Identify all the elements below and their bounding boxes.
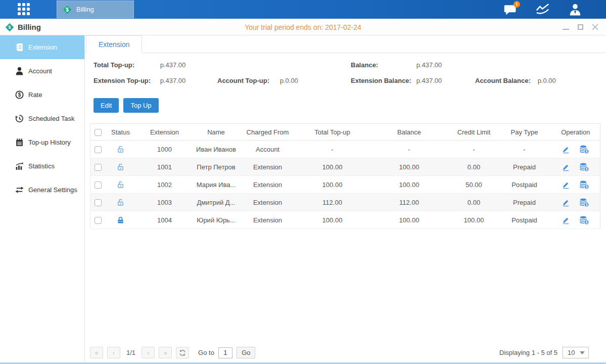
svg-text:$: $: [586, 150, 588, 154]
extension-cell: 1002: [136, 176, 194, 194]
col-total-topup: Total Top-up: [297, 124, 368, 141]
name-cell: Петр Петров: [194, 158, 239, 176]
topup-extension-icon[interactable]: $: [579, 215, 589, 225]
notebook-icon: [15, 138, 24, 147]
taskbar-right-icons: !: [503, 0, 583, 19]
tab-strip: Extension: [85, 35, 606, 53]
user-icon: [569, 3, 582, 16]
svg-text:$: $: [18, 92, 21, 98]
minimize-button[interactable]: [562, 23, 570, 31]
extension-balance-label: Extension Balance:: [351, 77, 414, 84]
sidebar-item-label: Extension: [28, 43, 57, 51]
extension-cell: 1004: [136, 211, 194, 229]
topup-extension-icon[interactable]: $: [579, 198, 589, 207]
sidebar-item-account[interactable]: Account: [0, 59, 84, 83]
status-locked-icon: [116, 216, 125, 224]
status-unlocked-icon: [116, 198, 125, 207]
topup-extension-icon[interactable]: $: [579, 145, 589, 154]
sidebar-item-label: Rate: [28, 91, 42, 99]
notifications-button[interactable]: !: [503, 3, 518, 17]
prev-page-button[interactable]: ‹: [107, 347, 120, 358]
top-up-button[interactable]: Top Up: [123, 98, 158, 113]
col-operation: Operation: [551, 124, 600, 141]
bar-chart-icon: [15, 162, 24, 170]
pay-type-cell: Prepaid: [498, 194, 551, 211]
sidebar-item-label: Statistics: [28, 162, 55, 170]
edit-extension-icon[interactable]: [562, 198, 570, 207]
sidebar-item-statistics[interactable]: Statistics: [0, 154, 84, 178]
refresh-icon: [179, 349, 186, 356]
row-checkbox[interactable]: [95, 146, 102, 153]
edit-extension-icon[interactable]: [562, 180, 570, 189]
table-row[interactable]: 1000 Иван Иванов Account - - - - $: [90, 141, 600, 158]
edit-extension-icon[interactable]: [562, 163, 570, 171]
svg-text:$: $: [66, 7, 69, 12]
last-page-button[interactable]: »: [159, 347, 172, 358]
reports-button[interactable]: [535, 3, 550, 17]
row-checkbox[interactable]: [95, 217, 102, 224]
row-checkbox[interactable]: [95, 181, 102, 189]
table-row[interactable]: 1001 Петр Петров Extension 100.00 100.00…: [90, 158, 600, 176]
edit-extension-icon[interactable]: [562, 216, 570, 224]
account-balance-label: Account Balance:: [475, 77, 536, 84]
sidebar-item-label: General Settings: [28, 186, 77, 194]
col-balance: Balance: [368, 124, 450, 141]
sidebar-item-general-settings[interactable]: General Settings: [0, 178, 84, 202]
app-grid-icon[interactable]: [18, 3, 30, 15]
extension-table-body: 1000 Иван Иванов Account - - - - $: [90, 141, 600, 229]
table-row[interactable]: 1004 Юрий Юрь... Extension 100.00 100.00…: [90, 211, 600, 229]
col-status: Status: [106, 124, 136, 141]
maximize-button[interactable]: [576, 23, 584, 31]
next-page-button[interactable]: ›: [142, 347, 155, 358]
close-button[interactable]: [591, 23, 599, 31]
col-credit-limit: Credit Limit: [450, 124, 498, 141]
billing-window-icon: $: [5, 23, 14, 32]
row-checkbox[interactable]: [95, 164, 102, 171]
person-icon: [15, 67, 24, 75]
svg-text:$: $: [586, 220, 588, 224]
status-unlocked-icon: [116, 180, 125, 189]
sidebar-item-topup-history[interactable]: Top-up History: [0, 130, 84, 154]
sidebar-item-scheduled-task[interactable]: Scheduled Task: [0, 107, 84, 130]
goto-page-input[interactable]: [218, 347, 232, 358]
taskbar-billing-tab[interactable]: $ Billing: [57, 1, 134, 18]
table-row[interactable]: 1002 Мария Ива... Extension 100.00 100.0…: [90, 176, 600, 194]
pay-type-cell: Prepaid: [498, 158, 551, 176]
user-menu-button[interactable]: [568, 3, 583, 17]
row-checkbox[interactable]: [95, 199, 102, 206]
pay-type-cell: Postpaid: [498, 176, 551, 194]
extension-balance-value: p.437.00: [416, 77, 442, 84]
charged-from-cell: Account: [239, 141, 297, 158]
extension-table: Status Extension Name Charged From Total…: [90, 123, 600, 229]
line-chart-icon: [535, 3, 550, 16]
credit-limit-cell: 50.00: [450, 176, 498, 194]
topup-extension-icon[interactable]: $: [579, 162, 589, 172]
go-button[interactable]: Go: [237, 347, 255, 358]
sidebar-item-extension[interactable]: Extension: [0, 35, 84, 59]
ledger-icon: [15, 43, 24, 52]
refresh-button[interactable]: [176, 347, 189, 358]
pagination-bar: « ‹ 1/1 › » Go to Go Displayi: [90, 347, 600, 361]
chevron-down-icon: [580, 351, 585, 354]
col-extension: Extension: [136, 124, 194, 141]
col-pay-type: Pay Type: [498, 124, 551, 141]
table-header-row: Status Extension Name Charged From Total…: [90, 124, 600, 141]
sidebar-item-rate[interactable]: $ Rate: [0, 83, 84, 107]
page-size-select[interactable]: 10: [563, 347, 589, 358]
extension-cell: 1001: [136, 158, 194, 176]
balance-value: p.437.00: [416, 61, 442, 69]
total-topup-cell: -: [297, 141, 368, 158]
topup-extension-icon[interactable]: $: [579, 180, 589, 190]
select-all-checkbox[interactable]: [95, 129, 102, 136]
page-size-value: 10: [568, 349, 575, 356]
table-row[interactable]: 1003 Дмитрий Д... Extension 112.00 112.0…: [90, 194, 600, 211]
extension-cell: 1003: [136, 194, 194, 211]
tab-extension[interactable]: Extension: [86, 35, 142, 53]
charged-from-cell: Extension: [239, 211, 297, 229]
extension-topup-label: Extension Top-up:: [94, 77, 158, 84]
edit-button[interactable]: Edit: [94, 98, 119, 113]
credit-limit-cell: 100.00: [450, 211, 498, 229]
edit-extension-icon[interactable]: [562, 145, 570, 154]
account-topup-label: Account Top-up:: [217, 77, 278, 84]
first-page-button[interactable]: «: [90, 347, 103, 358]
